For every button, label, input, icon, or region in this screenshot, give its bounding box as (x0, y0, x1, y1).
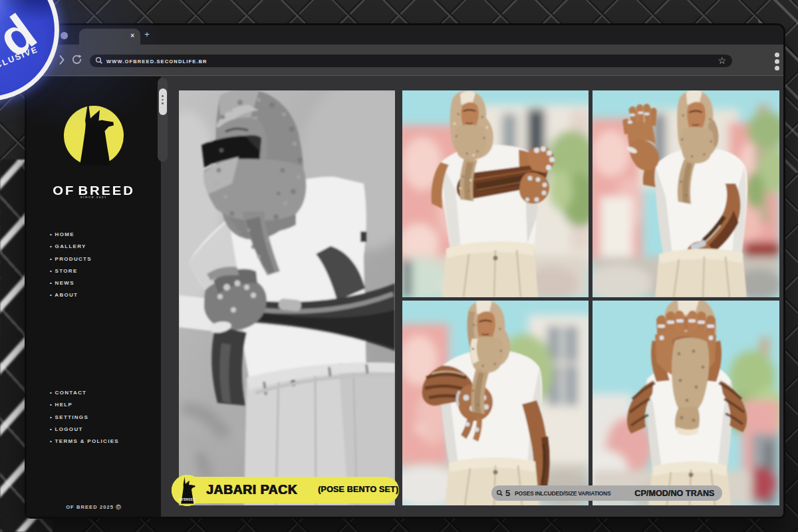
svg-text:BU: BU (414, 424, 428, 434)
svg-text:OFBREED: OFBREED (179, 498, 196, 501)
